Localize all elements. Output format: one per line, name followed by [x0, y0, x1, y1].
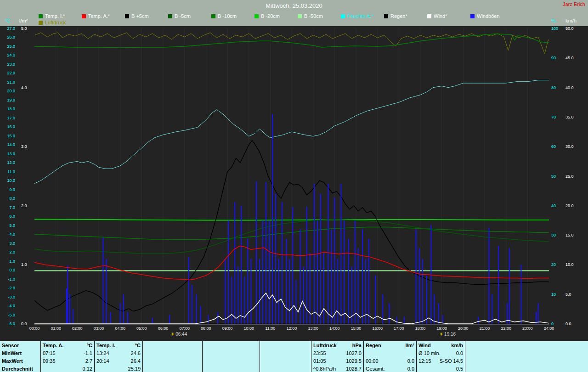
stats-cell	[465, 341, 588, 349]
stats-cell	[465, 365, 588, 372]
stats-cell: ^0.8hPa/h1028.7	[311, 365, 363, 372]
stats-cell	[260, 341, 311, 349]
stats-row: SensorTemp. A.°CTemp. I.°CLuftdruckhPaRe…	[0, 341, 588, 349]
stats-row: MinWert07:15-1.113:2424.623:551027.0Ø 10…	[0, 349, 588, 357]
stats-cell: Durchschnitt	[0, 365, 40, 372]
stats-cell: 12:15S-SO 14.5	[416, 357, 465, 365]
stats-cell: LuftdruckhPa	[311, 341, 363, 349]
series-windboeen	[67, 114, 538, 324]
stats-cell: 20:1426.4	[94, 357, 142, 365]
stats-cell: Temp. I.°C	[94, 341, 142, 349]
stats-cell: 25.19	[94, 365, 142, 372]
weather-station-app: Mittwoch, 25.03.2020 Jarz Erich Temp. I.…	[0, 0, 588, 372]
stats-cell	[142, 365, 202, 372]
stats-cell	[142, 357, 202, 365]
stats-cell: 00:000.0	[363, 357, 416, 365]
stats-cell	[202, 365, 260, 372]
stats-cell: 0.12	[40, 365, 94, 372]
stats-cell: 23:551027.0	[311, 349, 363, 357]
stats-cell	[260, 365, 311, 372]
stats-cell	[465, 357, 588, 365]
stats-cell	[260, 357, 311, 365]
stats-row: Durchschnitt0.1225.19^0.8hPa/h1028.7Gesa…	[0, 365, 588, 372]
stats-cell: MaxWert	[0, 357, 40, 365]
stats-cell	[202, 341, 260, 349]
stats-cell: Gesamt:0.0	[363, 365, 416, 372]
stats-cell: 13:2424.6	[94, 349, 142, 357]
stats-cell	[202, 357, 260, 365]
stats-table: SensorTemp. A.°CTemp. I.°CLuftdruckhPaRe…	[0, 341, 588, 372]
stats-cell: Sensor	[0, 341, 40, 349]
stats-cell: Regenl/m²	[363, 341, 416, 349]
stats-cell: Windkm/h	[416, 341, 465, 349]
stats-cell: Ø 10 min.0.0	[416, 349, 465, 357]
stats-cell: 0.5	[416, 365, 465, 372]
stats-cell: 07:15-1.1	[40, 349, 94, 357]
stats-cell	[142, 349, 202, 357]
stats-cell: Temp. A.°C	[40, 341, 94, 349]
stats-cell: MinWert	[0, 349, 40, 357]
stats-row: MaxWert09:352.720:1426.401:051029.500:00…	[0, 357, 588, 365]
stats-cell: 01:051029.5	[311, 357, 363, 365]
weather-chart	[0, 0, 588, 372]
stats-cell	[465, 349, 588, 357]
stats-cell	[202, 349, 260, 357]
stats-cell	[363, 349, 416, 357]
stats-cell	[142, 341, 202, 349]
stats-cell	[260, 349, 311, 357]
stats-cell: 09:352.7	[40, 357, 94, 365]
